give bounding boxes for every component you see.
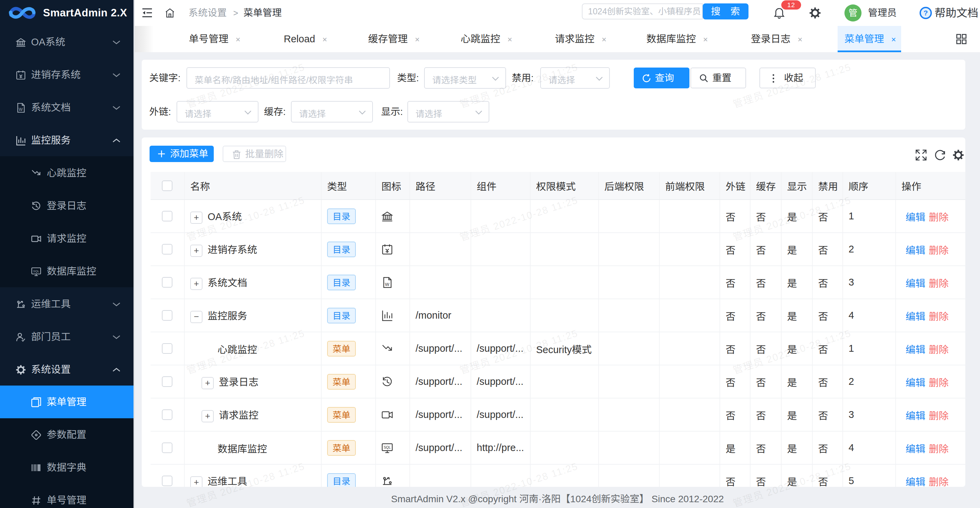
svg-text:SQL: SQL [384,446,391,449]
svg-text:SQL: SQL [33,270,39,273]
svg-text:W: W [19,107,23,112]
svg-text:W: W [385,282,389,287]
